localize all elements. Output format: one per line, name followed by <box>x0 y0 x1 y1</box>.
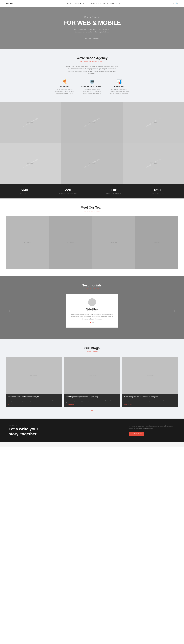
b-dot-1[interactable] <box>92 410 92 411</box>
feature-design: 💻 DESIGN & DEVELOPMENT Lorem ipsum dolor… <box>81 79 103 94</box>
blog-read-1[interactable]: READ MORE <box>8 404 60 405</box>
nav-flag-icon[interactable]: 🏳 <box>173 2 175 4</box>
portfolio-item-3[interactable]: 660×440 640×480 TO 1920×1080 <box>123 102 184 143</box>
hero-dot-1[interactable] <box>87 43 90 43</box>
nav-logo[interactable]: Scoda. <box>6 2 14 5</box>
team-member-4[interactable]: 800×980 <box>135 216 178 269</box>
footer-cta: CAREERS Let's write your story, together… <box>0 418 184 442</box>
blog-title-2: Want to get an expert to write on your b… <box>66 396 118 398</box>
hero-cta-button[interactable]: START A PROJECT <box>82 36 102 40</box>
agency-subtitle: THE WAY WE WORK IS FUN <box>6 61 178 62</box>
blog-post-3: 1610×1065 Great things are not accomplis… <box>122 357 178 408</box>
nav-actions: 🏳 🔍 <box>173 2 178 4</box>
branding-icon: 🍕 <box>53 79 76 84</box>
next-arrow[interactable]: › <box>174 309 175 312</box>
features-grid: 🍕 BRANDING Lorem ipsum dolor sit amet, c… <box>6 79 178 94</box>
portfolio-size-6: 660×440 <box>150 162 157 164</box>
portfolio-item-6[interactable]: 660×440 640×480 TO 1920×1080 <box>123 143 184 184</box>
footer-tagline-line2: story, together. <box>9 432 38 436</box>
team-size-1: 800×980 <box>24 242 30 244</box>
blog-read-2[interactable]: READ MORE <box>66 404 118 405</box>
stat-hours-label: HOURS OF PROJECT <box>106 193 122 194</box>
blog-img-size-1: 1610×1065 <box>30 374 37 376</box>
design-name: DESIGN & DEVELOPMENT <box>81 86 103 87</box>
blog-img-2: 1430×1065 <box>64 357 120 394</box>
portfolio-item-5[interactable]: 660×440 640×480 TO 1920×1080 <box>61 143 123 184</box>
team-member-3[interactable]: 800×980 <box>92 216 135 269</box>
testimonial-name: Michael Hans <box>71 308 113 310</box>
stat-hours: 108 HOURS OF PROJECT <box>106 188 122 194</box>
stat-projects-label: PROJECTS WINS <box>151 193 164 194</box>
hero-dot-2[interactable] <box>91 43 93 43</box>
footer-tagline: Let's write your story, together. <box>9 427 38 436</box>
blog-subtitle: LATEST NEWS <box>6 351 178 352</box>
feature-marketing: 📊 MARKETING Lorem ipsum dolor sit amet, … <box>108 79 131 94</box>
stat-cups-number: 5600 <box>20 188 30 192</box>
nav-home[interactable]: HOME ▾ <box>67 3 72 4</box>
t-dot-2[interactable] <box>92 322 92 323</box>
nav-blog[interactable]: BLOG ▾ <box>83 3 89 4</box>
nav-pages[interactable]: PAGES ▾ <box>75 3 81 4</box>
footer-contact-button[interactable]: CONTACT US <box>129 432 144 436</box>
stat-years: 220 YEARS OF EXPERIENCE <box>59 188 77 194</box>
branding-text: Lorem ipsum dolor sit amet, consectetur … <box>53 88 76 94</box>
agency-title: We're Scoda Agency <box>6 56 178 60</box>
feature-branding: 🍕 BRANDING Lorem ipsum dolor sit amet, c… <box>53 79 76 94</box>
team-size-4: 800×980 <box>154 242 160 244</box>
testimonials-wrapper: ‹ Michael Hans — Graphic Designer — Quis… <box>6 294 178 328</box>
blog-post-1: 1610×1065 The Perfect Music for the Perf… <box>6 357 62 408</box>
stat-projects-number: 650 <box>151 188 164 192</box>
stat-cups: 5600 CUP OF TEA <box>20 188 30 194</box>
portfolio-item-4[interactable]: 660×440 640×480 TO 1920×1080 <box>0 143 61 184</box>
team-grid: 800×980 800×980 800×980 800×980 <box>6 216 178 269</box>
portfolio-size-5: 660×440 <box>89 162 95 164</box>
footer-description: We do not tell you our story. We write i… <box>129 425 175 430</box>
stat-projects: 650 PROJECTS WINS <box>151 188 164 194</box>
blog-title: Our Blogs <box>6 346 178 350</box>
stat-years-number: 220 <box>59 188 77 192</box>
testimonials-title: Testimonials <box>6 284 178 287</box>
nav-portfolio[interactable]: PORTFOLIO ▾ <box>91 3 101 4</box>
agency-description: We are a fully in-house digital agency f… <box>65 65 119 75</box>
testimonials-subtitle: HAPPY CLIENTS <box>6 288 178 290</box>
team-member-1[interactable]: 800×980 <box>6 216 49 269</box>
blog-dots <box>6 410 178 411</box>
blog-img-1: 1610×1065 <box>6 357 62 394</box>
nav-shop[interactable]: SHOP ▾ <box>103 3 108 4</box>
branding-name: BRANDING <box>53 86 76 87</box>
portfolio-grid: 660×440 640×480 TO 1920×1080 660×440 640… <box>0 102 184 184</box>
testimonial-avatar <box>88 298 96 306</box>
blog-title-3: Great things are not accomplished who pa… <box>124 396 176 398</box>
hero-title: FOR WEB & MOBILE <box>63 20 121 26</box>
testimonial-dots <box>71 322 113 323</box>
t-dot-3[interactable] <box>93 322 94 323</box>
portfolio-size-2: 660×440 <box>89 121 95 123</box>
portfolio-item-1[interactable]: 660×440 640×480 TO 1920×1080 <box>0 102 61 143</box>
portfolio-size-1: 660×440 <box>27 121 34 123</box>
blog-read-3[interactable]: READ MORE <box>124 404 176 405</box>
design-icon: 💻 <box>81 79 103 84</box>
blog-post-2: 1430×1065 Want to get an expert to write… <box>64 357 120 408</box>
design-text: Lorem ipsum dolor sit amet, consectetur … <box>81 88 103 94</box>
portfolio-size-3: 660×440 <box>150 121 157 123</box>
footer-bottom <box>0 442 184 446</box>
team-member-2[interactable]: 800×980 <box>49 216 92 269</box>
blog-section: Our Blogs LATEST NEWS 1610×1065 The Perf… <box>0 339 184 419</box>
nav-search-icon[interactable]: 🔍 <box>176 2 178 4</box>
navbar: Scoda. HOME ▾ PAGES ▾ BLOG ▾ PORTFOLIO ▾… <box>0 0 184 7</box>
portfolio-item-2[interactable]: 660×440 640×480 TO 1920×1080 <box>61 102 123 143</box>
nav-elements[interactable]: ELEMENTS ▾ <box>110 3 120 4</box>
testimonials-section: Testimonials HAPPY CLIENTS ‹ Michael Han… <box>0 276 184 339</box>
portfolio-size-4: 660×440 <box>27 162 34 164</box>
team-size-3: 800×980 <box>110 242 117 244</box>
prev-arrow[interactable]: ‹ <box>9 309 10 312</box>
hero-dots <box>87 43 97 43</box>
nav-links: HOME ▾ PAGES ▾ BLOG ▾ PORTFOLIO ▾ SHOP ▾… <box>67 3 120 4</box>
agency-section: We're Scoda Agency THE WAY WE WORK IS FU… <box>0 49 184 102</box>
stats-section: 5600 CUP OF TEA 220 YEARS OF EXPERIENCE … <box>0 184 184 198</box>
blog-title-1: The Perfect Music for the Perfect Party … <box>8 396 60 398</box>
hero-dot-3[interactable] <box>94 43 97 43</box>
t-dot-1[interactable] <box>90 322 91 323</box>
testimonial-card: Michael Hans — Graphic Designer — Quisqu… <box>66 294 118 328</box>
stat-cups-label: CUP OF TEA <box>20 193 30 194</box>
